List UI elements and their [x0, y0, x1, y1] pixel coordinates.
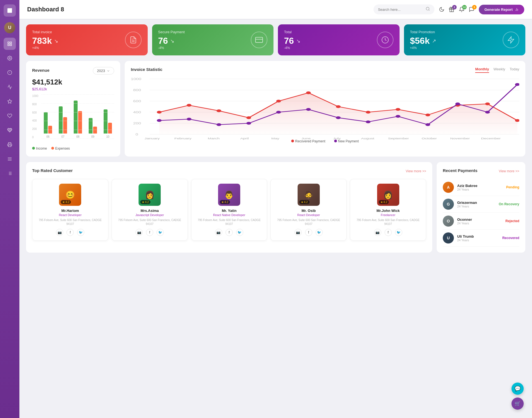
payment-avatar-2: O — [443, 216, 454, 227]
svg-point-68 — [425, 123, 430, 126]
bar-group-06: 06 — [42, 95, 54, 138]
revenue-sub: $25,612k — [32, 87, 114, 91]
bar-group-09: 09 — [86, 95, 99, 138]
invoice-change: +4% — [32, 46, 58, 50]
sidebar-item-print[interactable] — [4, 139, 16, 151]
fab-cart[interactable]: 🛒 — [511, 398, 524, 410]
customers-grid: 😊 ★ 4.2 Mr.Hariom React Developer 795 Fo… — [32, 179, 426, 241]
chat-badge: 5 — [472, 5, 477, 9]
facebook-icon-1[interactable]: f — [146, 229, 153, 236]
payment-name-1: Griezerman — [457, 201, 495, 205]
customer-addr-2: 795 Folsom Ave, Suite 600 San Francisco,… — [194, 218, 264, 226]
customer-addr-1: 795 Folsom Ave, Suite 600 San Francisco,… — [115, 218, 185, 226]
promo-change: +4% — [410, 46, 436, 50]
twitter-icon-4[interactable]: 🐦 — [395, 229, 402, 236]
bar-chart-y-axis: 10008006004002000 — [32, 94, 40, 139]
payments-view-more[interactable]: View more >> — [499, 169, 519, 173]
payment-status-3: Recovered — [502, 236, 519, 240]
svg-point-47 — [187, 104, 191, 107]
tab-monthly[interactable]: Monthly — [475, 67, 489, 73]
twitter-icon-1[interactable]: 🐦 — [157, 229, 164, 236]
expense-legend-label: Expenses — [55, 147, 70, 150]
payments-title: Recent Payments — [443, 168, 477, 173]
bar-group-07: 07 — [57, 95, 69, 138]
svg-text:December: December — [481, 137, 501, 140]
stat-card-secure: Secure Payment 76 ↘ -4% — [152, 24, 274, 55]
payment-age-2: 24 Years — [457, 222, 502, 225]
customer-role-1: Javascript Developer — [115, 213, 185, 217]
svg-text:August: August — [361, 137, 374, 140]
sidebar-item-settings[interactable] — [4, 52, 16, 64]
bar-expense-07 — [63, 117, 67, 134]
twitter-icon-0[interactable]: 🐦 — [77, 229, 84, 236]
sidebar-item-menu[interactable] — [4, 153, 16, 165]
instagram-icon-2[interactable]: 📷 — [215, 229, 222, 236]
customer-name-3: Mr. Osib — [273, 209, 344, 213]
payment-item-2: O Oconner 24 Years Rejected — [443, 213, 519, 230]
facebook-icon-4[interactable]: f — [385, 229, 392, 236]
svg-point-54 — [396, 108, 400, 111]
new-payment-legend-dot — [334, 140, 337, 142]
sidebar-item-dashboard[interactable] — [4, 38, 16, 50]
twitter-icon-3[interactable]: 🐦 — [316, 229, 323, 236]
twitter-icon-2[interactable]: 🐦 — [236, 229, 243, 236]
instagram-icon-1[interactable]: 📷 — [135, 229, 143, 236]
svg-point-64 — [306, 108, 311, 111]
facebook-icon-2[interactable]: f — [226, 229, 233, 236]
stat-card-secure-info: Secure Payment 76 ↘ -4% — [158, 30, 185, 50]
fab-support[interactable]: 💬 — [511, 383, 524, 395]
svg-text:1000: 1000 — [131, 78, 141, 81]
recovered-legend-dot — [291, 140, 294, 142]
svg-point-46 — [157, 111, 162, 114]
gift-icon-btn[interactable]: 2 — [449, 7, 454, 12]
customer-social-4: 📷 f 🐦 — [353, 229, 423, 236]
stat-cards-row: Total invoice 783k ↘ +4% Secure Payment … — [26, 24, 525, 55]
fab-container: 💬 🛒 — [511, 383, 524, 410]
customer-social-0: 📷 f 🐦 — [35, 229, 105, 236]
customer-name-1: Mrs.Asima — [115, 209, 185, 213]
content-area: Total invoice 783k ↘ +4% Secure Payment … — [19, 19, 532, 418]
year-selector[interactable]: 2023 — [93, 67, 114, 75]
tab-today[interactable]: Today — [510, 67, 519, 73]
sidebar-item-heart2[interactable] — [4, 124, 16, 136]
facebook-icon-0[interactable]: f — [66, 229, 74, 236]
instagram-icon-0[interactable]: 📷 — [56, 229, 63, 236]
customer-role-4: Freelancer — [353, 213, 423, 217]
sidebar-item-heart[interactable] — [4, 110, 16, 122]
payment-status-2: Rejected — [505, 219, 519, 223]
bell-icon-btn[interactable]: 12 — [459, 7, 464, 12]
recovered-legend-label: Recovered Payment — [295, 139, 325, 143]
svg-point-20 — [426, 7, 429, 10]
instagram-icon-4[interactable]: 📷 — [374, 229, 381, 236]
sidebar-item-info[interactable] — [4, 66, 16, 79]
svg-point-69 — [455, 102, 460, 105]
search-input[interactable] — [378, 7, 423, 12]
customer-social-3: 📷 f 🐦 — [273, 229, 344, 236]
bar-income-06 — [44, 112, 48, 134]
revenue-chart-card: Revenue 2023 $41,512k $25,612k 100080060… — [26, 61, 120, 157]
generate-report-button[interactable]: Generate Report — [479, 5, 524, 14]
customers-title: Top Rated Customer — [32, 168, 73, 173]
invoice-icon — [125, 32, 142, 48]
page-title: Dashboard 8 — [27, 6, 369, 13]
svg-point-53 — [366, 111, 370, 114]
svg-text:February: February — [174, 137, 191, 140]
tab-weekly[interactable]: Weekly — [493, 67, 505, 73]
payment-info-1: Griezerman 24 Years — [457, 201, 495, 208]
sidebar-item-chart[interactable] — [4, 81, 16, 93]
search-bar[interactable] — [374, 4, 434, 14]
svg-point-57 — [485, 102, 490, 105]
customers-view-more[interactable]: View more >> — [406, 169, 426, 173]
dark-mode-toggle[interactable] — [439, 7, 444, 12]
user-avatar[interactable]: U — [4, 22, 15, 33]
chat-icon-btn[interactable]: 5 — [469, 7, 474, 12]
facebook-icon-3[interactable]: f — [305, 229, 312, 236]
payment-avatar-0: A — [443, 182, 454, 193]
bar-income-08 — [74, 101, 78, 134]
svg-point-5 — [9, 58, 11, 59]
bar-chart-bars: 06 07 — [42, 94, 114, 138]
customer-avatar-2: 👨 ★ 4.2 — [218, 184, 240, 206]
sidebar-item-list[interactable] — [4, 167, 16, 179]
sidebar-item-star[interactable] — [4, 95, 16, 107]
instagram-icon-3[interactable]: 📷 — [295, 229, 302, 236]
